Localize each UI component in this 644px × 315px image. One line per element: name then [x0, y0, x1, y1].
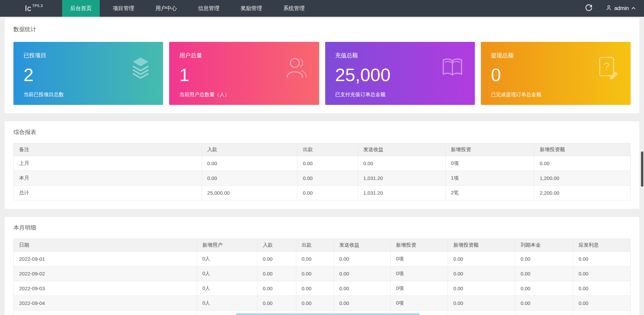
logo-version: TP5.3 [32, 4, 43, 8]
report-column-header-2: 出款 [297, 143, 358, 156]
report-row-2: 总计25,000.000.001,031.202笔2,200.00 [14, 186, 631, 200]
report-column-header-5: 新增投资额 [534, 143, 631, 156]
report-cell-2-2: 0.00 [297, 186, 358, 200]
detail-cell-3-1: 0人 [197, 296, 257, 311]
user-menu[interactable]: admin [598, 0, 644, 17]
detail-row-2: 2022-09-030人0.000.000.000项0.000.000.00 [14, 281, 631, 296]
report-cell-2-1: 25,000.00 [202, 186, 297, 200]
report-cell-2-0: 总计 [14, 186, 202, 200]
report-cell-0-3: 0.00 [358, 156, 445, 171]
detail-table: 日期新增用户入款出款发送收益新增投资新增投资额到期本金应发利息 2022-09-… [13, 239, 631, 315]
detail-cell-1-2: 0.00 [257, 266, 296, 281]
detail-cell-4-8: 0.00 [573, 311, 631, 315]
detail-cell-3-8: 0.00 [573, 296, 631, 311]
detail-section-title: 本月明细 [13, 224, 631, 232]
user-name: admin [614, 5, 629, 11]
chevron-up-icon [632, 7, 635, 11]
detail-column-header-1: 新增用户 [197, 239, 257, 252]
detail-cell-0-8: 0.00 [573, 252, 631, 266]
detail-cell-3-2: 0.00 [257, 296, 296, 311]
detail-cell-4-6: 0.00 [448, 311, 515, 315]
detail-row-3: 2022-09-040人0.000.000.000项0.000.000.00 [14, 296, 631, 311]
stat-card-desc: 当前用户总数量（人） [179, 91, 309, 98]
stat-card-2: 充值总额25,000已支付充值订单总金额 [325, 42, 475, 105]
report-cell-1-4: 1项 [445, 171, 534, 186]
report-cell-0-5: 0.00 [534, 156, 631, 171]
detail-cell-0-1: 0人 [197, 252, 257, 266]
stat-card-desc: 已完成提现订单总金额 [491, 91, 621, 98]
nav-item-4[interactable]: 奖励管理 [233, 0, 270, 17]
detail-column-header-0: 日期 [14, 239, 197, 252]
detail-cell-2-8: 0.00 [573, 281, 631, 296]
detail-cell-2-3: 0.00 [296, 281, 334, 296]
vertical-scrollbar-thumb[interactable] [641, 151, 643, 187]
report-cell-2-4: 2笔 [445, 186, 534, 200]
report-cell-0-0: 上月 [14, 156, 202, 171]
detail-cell-2-7: 0.00 [515, 281, 573, 296]
report-section-title: 综合报表 [13, 128, 631, 136]
report-header-row: 备注入款出款发送收益新增投资新增投资额 [14, 143, 631, 156]
nav-item-1[interactable]: 项目管理 [105, 0, 142, 17]
app-logo[interactable]: IcTP5.3 [0, 0, 62, 17]
stat-card-desc: 已支付充值订单总金额 [335, 91, 465, 98]
detail-column-header-5: 新增投资 [390, 239, 448, 252]
nav-item-5[interactable]: 系统管理 [275, 0, 313, 17]
doc-question-icon: ? [596, 56, 620, 79]
detail-cell-2-6: 0.00 [448, 281, 515, 296]
nav-item-0[interactable]: 后台首页 [62, 0, 100, 17]
stats-cards: 已投项目2当前已投项目总数用户总量1当前用户总数量（人）充值总额25,000已支… [13, 42, 631, 105]
nav-item-2[interactable]: 用户中心 [147, 0, 185, 17]
detail-cell-2-1: 0人 [197, 281, 257, 296]
detail-cell-0-2: 0.00 [257, 252, 296, 266]
detail-cell-3-3: 0.00 [296, 296, 334, 311]
navbar: IcTP5.3 后台首页项目管理用户中心信息管理奖励管理系统管理 admin [0, 0, 644, 17]
report-panel: 综合报表 备注入款出款发送收益新增投资新增投资额 上月0.000.000.000… [5, 121, 639, 209]
report-column-header-1: 入款 [202, 143, 297, 156]
user-icon [285, 56, 308, 79]
detail-cell-0-0: 2022-09-01 [14, 252, 197, 266]
open-book-icon [441, 56, 464, 79]
report-cell-1-0: 本月 [14, 171, 202, 186]
report-cell-2-3: 1,031.20 [358, 186, 445, 200]
nav-menu: 后台首页项目管理用户中心信息管理奖励管理系统管理 [62, 0, 318, 17]
detail-cell-0-6: 0.00 [448, 252, 515, 266]
detail-cell-0-5: 0项 [390, 252, 448, 266]
detail-cell-3-6: 0.00 [448, 296, 515, 311]
report-cell-1-1: 0.00 [202, 171, 297, 186]
horizontal-scrollbar-thumb[interactable] [236, 313, 419, 315]
report-cell-1-5: 1,200.00 [534, 171, 631, 186]
detail-cell-2-2: 0.00 [257, 281, 296, 296]
report-cell-1-2: 0.00 [297, 171, 358, 186]
report-row-0: 上月0.000.000.000项0.00 [14, 156, 631, 171]
refresh-icon [585, 4, 592, 12]
detail-cell-0-4: 0.00 [334, 252, 390, 266]
detail-cell-0-3: 0.00 [296, 252, 334, 266]
detail-cell-1-7: 0.00 [515, 266, 573, 281]
report-column-header-0: 备注 [14, 143, 202, 156]
report-cell-0-2: 0.00 [297, 156, 358, 171]
detail-cell-4-7: 0.00 [515, 311, 573, 315]
detail-cell-2-4: 0.00 [334, 281, 390, 296]
detail-column-header-4: 发送收益 [334, 239, 390, 252]
detail-row-1: 2022-09-020人0.000.000.000项0.000.000.00 [14, 266, 631, 281]
detail-panel: 本月明细 日期新增用户入款出款发送收益新增投资新增投资额到期本金应发利息 202… [5, 217, 639, 315]
detail-cell-2-5: 0项 [390, 281, 448, 296]
refresh-button[interactable] [579, 0, 598, 17]
detail-column-header-6: 新增投资额 [448, 239, 515, 252]
user-icon [606, 5, 612, 12]
svg-text:?: ? [604, 61, 609, 72]
report-column-header-4: 新增投资 [445, 143, 534, 156]
detail-cell-1-8: 0.00 [573, 266, 631, 281]
detail-cell-0-7: 0.00 [515, 252, 573, 266]
detail-column-header-8: 应发利息 [573, 239, 631, 252]
nav-item-3[interactable]: 信息管理 [190, 0, 228, 17]
detail-cell-3-7: 0.00 [515, 296, 573, 311]
report-table-body: 上月0.000.000.000项0.00本月0.000.001,031.201项… [14, 156, 631, 200]
detail-column-header-7: 到期本金 [515, 239, 573, 252]
report-cell-2-5: 2,200.00 [534, 186, 631, 200]
report-cell-0-4: 0项 [445, 156, 534, 171]
detail-row-0: 2022-09-010人0.000.000.000项0.000.000.00 [14, 252, 631, 266]
detail-cell-1-5: 0项 [390, 266, 448, 281]
detail-cell-3-0: 2022-09-04 [14, 296, 197, 311]
detail-cell-3-4: 0.00 [334, 296, 390, 311]
